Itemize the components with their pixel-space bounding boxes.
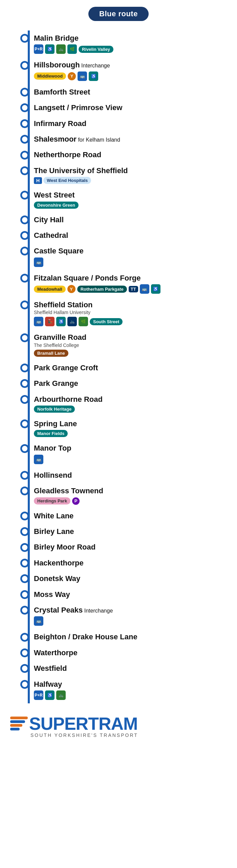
stop-name: Hillsborough Interchange <box>34 61 110 69</box>
icon-badge-blue: P+R <box>34 690 43 700</box>
stop-main: Crystal Peaks Interchange <box>20 606 113 615</box>
stop-main: Hollinsend <box>20 471 72 480</box>
stop-name: White Lane <box>34 512 73 520</box>
stop-badges: MiddlewoodY🚌♿ <box>34 71 98 81</box>
stop-main: Castle Square <box>20 247 84 255</box>
icon-badge-blue: 🚌 <box>34 455 43 464</box>
stop-name: Cathedral <box>34 231 68 240</box>
stop-row: Hillsborough Interchange MiddlewoodY🚌♿ <box>20 57 160 84</box>
stop-main: Bamforth Street <box>20 88 90 97</box>
stop-row: Manor Top 🚌 <box>20 440 160 467</box>
icon-badge-green: 🚲 <box>56 44 66 54</box>
stop-main: Shalesmoor for Kelham Island <box>20 135 120 144</box>
stop-name: Gleadless Townend <box>34 487 103 495</box>
stop-row: Hackenthorpe <box>20 555 160 571</box>
stop-row: Waterthorpe <box>20 645 160 661</box>
stop-circle <box>20 166 29 175</box>
hospital-label: West End Hospitals <box>43 177 91 184</box>
stop-circle <box>20 135 29 144</box>
wave-line-3 <box>10 724 22 727</box>
stop-circle <box>20 151 29 160</box>
stop-row: Arbourthorne Road Norfolk Heritage <box>20 392 160 416</box>
stop-sub: for Kelham Island <box>77 137 120 143</box>
stop-name: Arbourthorne Road <box>34 395 103 404</box>
stop-sub: Interchange <box>80 63 110 68</box>
stop-name: Shalesmoor for Kelham Island <box>34 135 120 144</box>
stop-circle <box>20 61 29 70</box>
stop-main: Park Grange Croft <box>20 364 98 372</box>
stop-row: Spring Lane Manor Fields <box>20 416 160 440</box>
stop-name: Hackenthorpe <box>34 559 84 567</box>
stop-main: The University of Sheffield <box>20 166 128 175</box>
stop-name: Langsett / Primrose View <box>34 103 122 112</box>
stop-badges: P+R♿🚲 <box>34 690 66 700</box>
icon-badge-blue: 🚌 <box>34 257 43 267</box>
stop-name: West Street <box>34 191 75 200</box>
stop-main: West Street <box>20 191 75 200</box>
stop-circle <box>20 333 29 342</box>
label-badge: Rotherham Parkgate <box>77 286 127 293</box>
label-badge: Manor Fields <box>34 430 68 437</box>
stop-name: Moss Way <box>34 590 70 599</box>
icon-badge-teal: ♿ <box>89 71 98 81</box>
supertram-logo: SUPERTRAM SOUTH YORKSHIRE'S TRANSPORT <box>0 714 237 738</box>
hospital-badge: H West End Hospitals <box>34 177 91 184</box>
stop-circle <box>20 419 29 428</box>
stop-row: Cathedral <box>20 228 160 243</box>
stop-name: Netherthorpe Road <box>34 150 101 159</box>
stop-row: Donetsk Way <box>20 571 160 586</box>
stop-row: Infirmary Road <box>20 116 160 131</box>
stop-circle <box>20 301 29 309</box>
stop-row: White Lane <box>20 508 160 524</box>
stop-name: Beighton / Drake House Lane <box>34 633 137 641</box>
stop-main: Cathedral <box>20 231 68 240</box>
route-container: Malin Bridge P+R♿🚲🌿Rivelin Valley Hillsb… <box>0 30 237 703</box>
stop-circle <box>20 664 29 673</box>
stop-row: Langsett / Primrose View <box>20 100 160 116</box>
icon-badge-blue: 🚌 <box>34 616 43 626</box>
stop-main: Gleadless Townend <box>20 487 103 495</box>
stop-name: Park Grange Croft <box>34 364 98 372</box>
icon-badge-green: 🌿 <box>79 317 88 326</box>
supertram-waves <box>10 717 28 730</box>
stop-row: Crystal Peaks Interchange 🚌 <box>20 602 160 629</box>
stop-badges: P+R♿🚲🌿Rivelin Valley <box>34 44 113 54</box>
stop-name: Crystal Peaks Interchange <box>34 606 113 615</box>
stop-row: Westfield <box>20 661 160 676</box>
stop-circle <box>20 395 29 404</box>
stop-name: Bamforth Street <box>34 88 90 97</box>
stop-name: Waterthorpe <box>34 648 78 657</box>
stop-main: Spring Lane <box>20 419 77 428</box>
stop-row: City Hall <box>20 212 160 228</box>
supertram-name: SUPERTRAM <box>29 714 137 734</box>
stop-main: Halfway <box>20 680 62 689</box>
icon-badge-teal: ♿ <box>56 317 66 326</box>
stop-name: Birley Moor Road <box>34 543 95 552</box>
stop-main: Infirmary Road <box>20 119 86 128</box>
stop-row: Netherthorpe Road <box>20 147 160 163</box>
p-badge: P <box>72 497 80 505</box>
stop-main: City Hall <box>20 215 64 224</box>
label-badge: Middlewood <box>34 73 66 80</box>
stop-row: Castle Square 🚌 <box>20 243 160 270</box>
stop-circle <box>20 512 29 520</box>
tt-badge: TT <box>129 286 138 292</box>
label-badge: Rivelin Valley <box>79 46 113 53</box>
stop-circle <box>20 274 29 283</box>
stop-main: Granville Road <box>20 333 86 342</box>
stop-badges: 🚌 <box>34 455 43 464</box>
stop-circle <box>20 648 29 657</box>
stop-main: Arbourthorne Road <box>20 395 103 404</box>
y-badge: Y <box>67 285 76 293</box>
stop-name: Malin Bridge <box>34 34 79 43</box>
stop-badges: H West End Hospitals <box>34 177 91 184</box>
h-icon: H <box>34 177 42 184</box>
stop-circle <box>20 231 29 240</box>
icon-badge-blue: 🚌 <box>34 317 43 326</box>
stop-row: Shalesmoor for Kelham Island <box>20 131 160 147</box>
label-badge: Norfolk Heritage <box>34 406 75 413</box>
stop-row: Sheffield Station Sheffield Hallam Unive… <box>20 297 160 330</box>
stop-name: Birley Lane <box>34 527 74 536</box>
stop-name: Hollinsend <box>34 471 72 480</box>
icon-badge-blue: 🚌 <box>140 284 149 294</box>
